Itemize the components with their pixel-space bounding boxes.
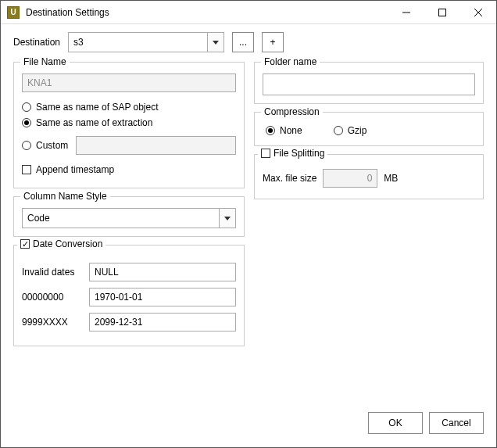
date-conversion-checkbox[interactable]: ✓ (20, 239, 30, 249)
close-icon (474, 9, 482, 16)
chevron-down-icon (213, 41, 219, 45)
date-conversion-group: ✓ Date Conversion Invalid dates 00000000… (13, 245, 245, 346)
minimize-icon (402, 9, 410, 16)
file-name-legend: File Name (20, 56, 70, 67)
svg-rect-1 (439, 9, 446, 16)
destination-combo[interactable] (68, 32, 224, 52)
maximize-button[interactable] (424, 1, 460, 24)
destination-row: Destination ... + (13, 32, 484, 52)
file-splitting-checkbox[interactable]: ✓ (261, 149, 270, 158)
destination-label: Destination (13, 37, 60, 48)
max-file-size-input (323, 169, 377, 188)
radio-custom-label: Custom (36, 140, 68, 151)
file-splitting-group: ✓ File Splitting Max. file size MB (254, 154, 484, 199)
append-timestamp-checkbox[interactable]: ✓ (22, 165, 31, 174)
folder-name-group: Folder name (254, 62, 484, 104)
radio-sap-object[interactable] (22, 102, 31, 112)
file-name-group: File Name Same as name of SAP object Sam… (13, 62, 245, 188)
dialog-footer: OK Cancel (1, 408, 496, 447)
cancel-button[interactable]: Cancel (429, 412, 484, 434)
nine-date-input[interactable] (89, 313, 236, 332)
column-name-style-group: Column Name Style (13, 196, 245, 237)
radio-compression-none[interactable] (266, 126, 275, 135)
destination-add-button[interactable]: + (262, 32, 284, 52)
radio-extraction[interactable] (22, 118, 31, 127)
zero-date-input[interactable] (89, 288, 236, 306)
folder-name-legend: Folder name (261, 56, 320, 67)
chevron-down-icon (224, 217, 231, 220)
maximize-icon (438, 9, 446, 16)
max-file-size-label: Max. file size (263, 173, 316, 184)
ok-button[interactable]: OK (368, 412, 423, 434)
titlebar: U Destination Settings (1, 1, 496, 24)
destination-input[interactable] (68, 32, 207, 52)
destination-dropdown-button[interactable] (207, 32, 224, 52)
max-file-size-unit: MB (384, 173, 398, 184)
append-timestamp-label: Append timestamp (36, 164, 114, 175)
app-icon: U (7, 6, 20, 19)
column-name-style-combo[interactable] (22, 208, 236, 228)
radio-compression-none-label: None (280, 125, 302, 136)
window-title: Destination Settings (26, 7, 109, 18)
nine-date-label: 9999XXXX (22, 317, 83, 328)
folder-name-input[interactable] (263, 73, 475, 95)
zero-date-label: 00000000 (22, 292, 83, 303)
minimize-button[interactable] (388, 1, 424, 24)
compression-group: Compression None Gzip (254, 112, 484, 146)
date-conversion-legend: Date Conversion (33, 238, 102, 249)
compression-legend: Compression (261, 106, 323, 117)
radio-compression-gzip[interactable] (334, 126, 343, 135)
radio-compression-gzip-label: Gzip (348, 125, 367, 136)
radio-extraction-label: Same as name of extraction (36, 117, 152, 128)
destination-browse-button[interactable]: ... (232, 32, 254, 52)
radio-sap-object-label: Same as name of SAP object (36, 102, 159, 113)
column-name-style-legend: Column Name Style (20, 191, 110, 202)
file-name-input (22, 73, 236, 92)
custom-name-input (76, 136, 236, 155)
close-button[interactable] (460, 1, 496, 24)
column-name-style-input[interactable] (22, 208, 219, 228)
invalid-dates-label: Invalid dates (22, 267, 83, 278)
file-splitting-legend: File Splitting (274, 148, 324, 159)
column-name-style-dropdown-button[interactable] (219, 208, 236, 228)
radio-custom[interactable] (22, 141, 31, 150)
invalid-dates-input[interactable] (89, 263, 236, 281)
